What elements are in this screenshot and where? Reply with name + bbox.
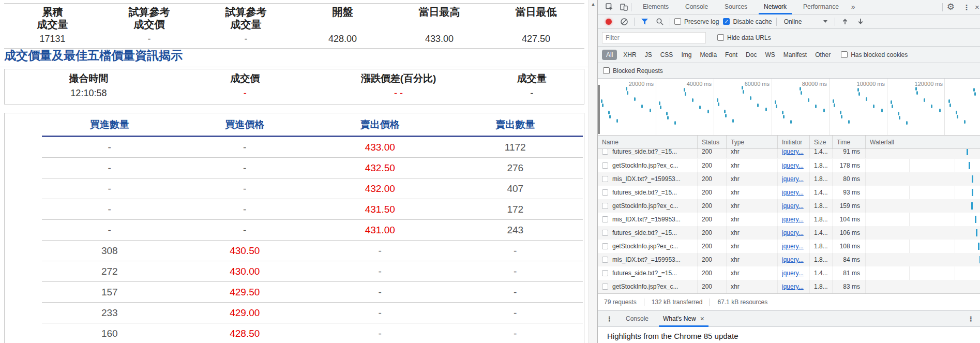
column-header-time[interactable]: Time [833,136,866,148]
request-checkbox[interactable] [602,243,608,249]
close-devtools-icon[interactable]: × [975,3,980,11]
request-checkbox[interactable] [602,257,608,263]
network-request-row[interactable]: futures_side.txt?_=15... 200 xhr jquery.… [598,186,980,199]
resource-type-chip[interactable]: Media [696,50,721,60]
hide-data-urls-control[interactable]: Hide data URLs [717,34,771,41]
devtools-tab[interactable]: Performance [795,0,847,14]
resource-type-chip[interactable]: Font [721,50,742,60]
devtools-tab[interactable]: Network [756,0,795,14]
request-checkbox[interactable] [602,176,608,182]
initiator-link[interactable]: jquery... [782,216,804,223]
drawer-overflow-icon[interactable]: ⋮ [962,315,980,323]
preserve-log-control[interactable]: Preserve log [674,18,719,25]
customize-menu-icon[interactable]: ⋮ [959,3,975,11]
column-header-name[interactable]: Name [598,136,698,148]
request-checkbox[interactable] [602,149,608,155]
scroll-up-icon[interactable]: ▲ [589,2,598,7]
column-header-initiator[interactable]: Initiator [778,136,810,148]
network-overview-timeline[interactable]: 20000 ms40000 ms60000 ms80000 ms100000 m… [598,79,980,136]
has-blocked-cookies-control[interactable]: Has blocked cookies [841,51,908,58]
close-whats-new-icon[interactable]: × [700,315,704,323]
drawer-tab-console[interactable]: Console [619,311,656,327]
resource-type-chip[interactable]: JS [641,50,656,60]
record-button[interactable] [603,16,614,27]
column-header-type[interactable]: Type [727,136,778,148]
initiator-link[interactable]: jquery... [782,162,804,169]
blocked-requests-control[interactable]: Blocked Requests [603,67,663,74]
disable-cache-checkbox[interactable]: ✓ [723,18,730,25]
network-request-row[interactable]: getStockInfo.jsp?ex_c... 200 xhr jquery.… [598,159,980,172]
filter-toggle-button[interactable] [639,16,650,27]
settings-gear-icon[interactable]: ⚙ [943,2,959,12]
request-name-cell[interactable]: getStockInfo.jsp?ex_c... [598,159,698,172]
disable-cache-control[interactable]: ✓ Disable cache [723,18,772,25]
resource-type-chip[interactable]: CSS [656,50,677,60]
devtools-tab[interactable]: Sources [716,0,756,14]
network-request-row[interactable]: getStockInfo.jsp?ex_c... 200 xhr jquery.… [598,280,980,293]
page-scrollbar[interactable]: ▲ [588,0,597,343]
request-name-cell[interactable]: futures_side.txt?_=15... [598,149,698,158]
request-name-cell[interactable]: futures_side.txt?_=15... [598,226,698,240]
initiator-link[interactable]: jquery... [782,256,804,263]
network-request-row[interactable]: mis_IDX.txt?_=159953... 200 xhr jquery..… [598,253,980,266]
request-checkbox[interactable] [602,270,608,276]
resource-type-chip[interactable]: Other [811,50,835,60]
request-name-cell[interactable]: futures_side.txt?_=15... [598,266,698,280]
more-tabs-button[interactable]: » [847,0,860,14]
filter-input[interactable] [602,32,706,43]
devtools-tab[interactable]: Elements [635,0,677,14]
column-header-size[interactable]: Size [810,136,833,148]
resource-type-chip[interactable]: XHR [619,50,640,60]
initiator-link[interactable]: jquery... [782,283,804,290]
request-name-cell[interactable]: getStockInfo.jsp?ex_c... [598,280,698,293]
timeline-left-handle[interactable] [598,85,600,134]
resource-type-chip[interactable]: Doc [742,50,761,60]
inspect-element-button[interactable] [602,1,616,14]
column-header-status[interactable]: Status [698,136,727,148]
initiator-link[interactable]: jquery... [782,202,804,210]
preserve-log-checkbox[interactable] [674,18,681,25]
initiator-link[interactable]: jquery... [782,175,804,183]
network-request-row[interactable]: mis_IDX.txt?_=159953... 200 xhr jquery..… [598,172,980,186]
request-name-cell[interactable]: mis_IDX.txt?_=159953... [598,253,698,266]
request-name-cell[interactable]: futures_side.txt?_=15... [598,186,698,199]
request-checkbox[interactable] [602,189,608,196]
request-checkbox[interactable] [602,203,608,209]
drawer-menu-icon[interactable]: ⋮ [601,315,619,323]
request-checkbox[interactable] [602,230,608,236]
resource-type-chip[interactable]: All [602,50,617,60]
request-checkbox[interactable] [602,216,608,222]
request-name-cell[interactable]: mis_IDX.txt?_=159953... [598,172,698,186]
column-header-waterfall[interactable]: Waterfall [866,136,980,148]
network-request-row[interactable]: getStockInfo.jsp?ex_c... 200 xhr jquery.… [598,240,980,253]
initiator-link[interactable]: jquery... [782,229,804,236]
request-name-cell[interactable]: getStockInfo.jsp?ex_c... [598,199,698,213]
network-request-row[interactable]: mis_IDX.txt?_=159953... 200 xhr jquery..… [598,213,980,226]
throttling-dropdown[interactable]: Online [781,18,831,25]
has-blocked-cookies-checkbox[interactable] [841,51,848,58]
blocked-requests-checkbox[interactable] [603,67,610,74]
drawer-tab-whats-new[interactable]: What's New × [656,311,712,327]
export-har-button[interactable] [855,16,866,27]
devtools-tab[interactable]: Console [677,0,716,14]
clear-button[interactable] [619,16,630,27]
hide-data-urls-checkbox[interactable] [717,34,724,41]
request-checkbox[interactable] [602,284,608,290]
network-request-row[interactable]: futures_side.txt?_=15... 200 xhr jquery.… [598,149,980,159]
resource-type-chip[interactable]: Img [677,50,696,60]
network-request-row[interactable]: futures_side.txt?_=15... 200 xhr jquery.… [598,226,980,240]
device-toolbar-button[interactable] [616,1,631,14]
initiator-link[interactable]: jquery... [782,243,804,250]
import-har-button[interactable] [839,16,851,27]
initiator-link[interactable]: jquery... [782,149,804,155]
search-button[interactable] [654,16,666,27]
network-request-row[interactable]: getStockInfo.jsp?ex_c... 200 xhr jquery.… [598,199,980,213]
request-name-cell[interactable]: getStockInfo.jsp?ex_c... [598,240,698,253]
request-name-cell[interactable]: mis_IDX.txt?_=159953... [598,213,698,226]
initiator-link[interactable]: jquery... [782,189,804,196]
initiator-link[interactable]: jquery... [782,270,804,277]
resource-type-chip[interactable]: Manifest [779,50,811,60]
network-request-row[interactable]: futures_side.txt?_=15... 200 xhr jquery.… [598,266,980,280]
request-checkbox[interactable] [602,162,608,169]
resource-type-chip[interactable]: WS [761,50,779,60]
